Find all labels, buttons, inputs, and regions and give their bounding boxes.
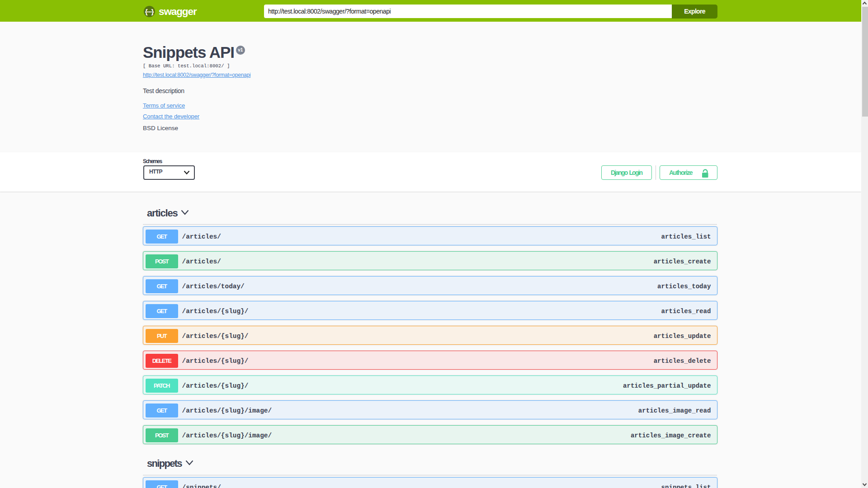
svg-text:}: } (151, 8, 154, 15)
